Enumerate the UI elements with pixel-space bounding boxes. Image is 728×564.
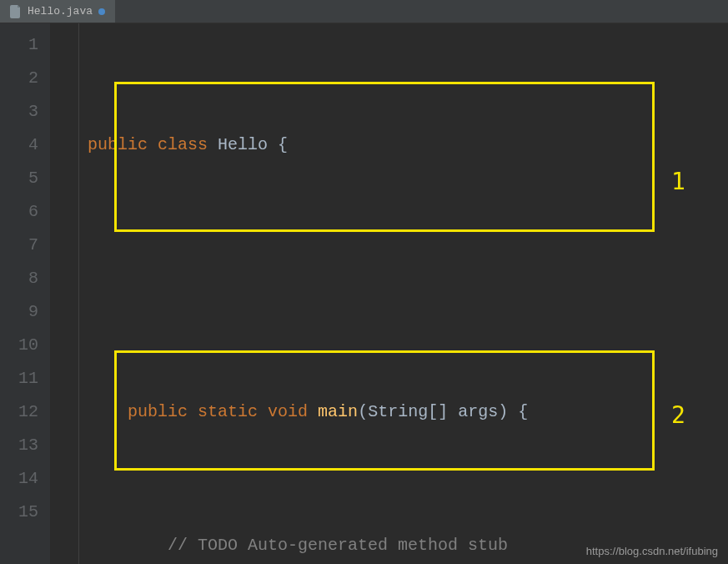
modified-indicator-icon: [98, 8, 105, 15]
code-line[interactable]: [79, 262, 528, 295]
line-number-gutter: 1 2 3 4 5 6 7 8 9 10 11 12 13 14 15: [0, 23, 50, 564]
code-line[interactable]: public class Hello {: [79, 128, 528, 162]
watermark-text: https://blog.csdn.net/ifubing: [586, 545, 718, 557]
file-tab-label: Hello.java: [28, 5, 93, 18]
line-number: 2: [0, 62, 50, 95]
code-area[interactable]: public class Hello { public static void …: [79, 23, 528, 564]
line-number: 14: [0, 462, 50, 496]
file-tab[interactable]: Hello.java: [0, 0, 115, 23]
line-number: 10: [0, 329, 50, 362]
line-number: 6: [0, 195, 50, 229]
code-editor[interactable]: 1 2 3 4 5 6 7 8 9 10 11 12 13 14 15 publ…: [0, 23, 728, 564]
annotation-label-1: 1: [671, 165, 685, 199]
line-number: 1: [0, 28, 50, 62]
code-line[interactable]: public static void main(String[] args) {: [79, 395, 528, 429]
line-number: 9: [0, 295, 50, 329]
line-number: 3: [0, 95, 50, 128]
line-number: 12: [0, 395, 50, 429]
annotation-label-2: 2: [671, 399, 685, 432]
line-number: 15: [0, 496, 50, 529]
code-line[interactable]: // TODO Auto-generated method stub: [79, 529, 528, 562]
line-number: 13: [0, 429, 50, 462]
line-number: 5: [0, 162, 50, 195]
line-number: 8: [0, 262, 50, 295]
line-number: 7: [0, 229, 50, 262]
line-number: 11: [0, 362, 50, 395]
tab-bar: Hello.java: [0, 0, 728, 23]
line-number: 4: [0, 128, 50, 162]
file-icon: [10, 5, 22, 18]
